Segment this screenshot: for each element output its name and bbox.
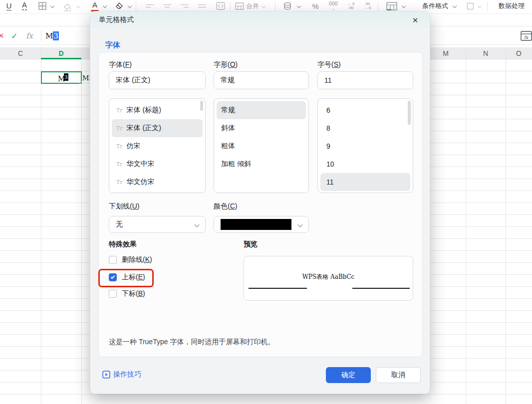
play-video-icon (102, 371, 110, 379)
gridline-vertical (41, 47, 41, 404)
fill-handle[interactable] (80, 82, 82, 84)
wps-spreadsheet-app: U A A 合 (0, 0, 532, 404)
style-list-item[interactable]: 加粗 倾斜 (217, 155, 306, 173)
column-header-c[interactable]: C (0, 47, 41, 59)
font-list-item-selected[interactable]: Tr宋体 (正文) (112, 119, 203, 137)
font-style-input[interactable]: 常规 (214, 71, 309, 89)
size-list-item[interactable]: 9 (320, 137, 410, 155)
font-list-item[interactable]: Tr宋体 (标题) (112, 101, 203, 119)
font-name-input[interactable]: 宋体 (正文) (109, 71, 206, 89)
toolbar-separator (230, 2, 231, 11)
align-middle-button[interactable] (163, 0, 171, 12)
font-list-item[interactable]: Tr华文仿宋 (112, 173, 203, 191)
toolbar-separator (136, 2, 136, 11)
conditional-format-dropdown[interactable] (452, 0, 457, 12)
borders-dropdown[interactable] (50, 0, 55, 12)
font-style-label: 字形(O) (214, 60, 238, 69)
underline-select[interactable]: 无 (109, 216, 206, 233)
font-color-button[interactable]: A (90, 0, 100, 12)
align-top-icon (146, 3, 154, 9)
fill-color-button[interactable] (62, 0, 73, 12)
merge-cells-button[interactable] (235, 0, 244, 12)
currency-format-button[interactable] (282, 0, 292, 12)
font-size-input[interactable]: 11 (317, 71, 413, 89)
scrollbar-thumb[interactable] (200, 101, 203, 111)
truetype-icon: Tr (116, 179, 123, 186)
column-header-o[interactable]: O (506, 47, 532, 59)
style-list-item-selected[interactable]: 常规 (217, 101, 306, 119)
cell-format-dialog: 单元格格式 ✕ 字体 字体(F) 字形(O) 字号(S) 宋体 (正文) 常规 … (90, 11, 430, 394)
table-style-dropdown[interactable] (401, 0, 406, 12)
size-list-item-selected[interactable]: 11 (320, 173, 410, 191)
dialog-title: 单元格格式 (90, 11, 430, 28)
insert-function-button[interactable]: fx (26, 26, 37, 45)
scrollbar-thumb[interactable] (408, 101, 411, 125)
cell-style-button[interactable] (466, 0, 475, 12)
tips-link[interactable]: 操作技巧 (102, 370, 141, 379)
close-button[interactable]: ✕ (410, 15, 421, 26)
tab-font[interactable]: 字体 (105, 40, 120, 50)
confirm-icon: ✓ (11, 31, 17, 41)
font-color-dropdown[interactable] (102, 0, 107, 12)
wrap-text-button[interactable] (216, 0, 226, 12)
borders-button[interactable] (38, 0, 47, 12)
chevron-down-icon (453, 4, 457, 8)
cancel-entry-button[interactable]: ✕ (0, 26, 6, 45)
cancel-button[interactable]: 取消 (376, 367, 421, 383)
underline-button[interactable]: U (4, 0, 14, 12)
close-icon: ✕ (412, 16, 419, 25)
effects-header: 特殊效果 (109, 240, 137, 249)
font-list-item[interactable]: Tr华文中宋 (112, 155, 203, 173)
borders-icon (38, 2, 46, 10)
chevron-down-icon (298, 222, 303, 227)
confirm-entry-button[interactable]: ✓ (11, 26, 21, 45)
table-style-button[interactable] (385, 0, 398, 12)
size-list-item[interactable]: 8 (320, 119, 410, 137)
phonetic-icon: A (22, 1, 27, 8)
phonetic-guide-button[interactable]: A (19, 0, 30, 12)
checkbox-unchecked-icon[interactable] (109, 290, 117, 298)
align-top-button[interactable] (146, 0, 154, 12)
justify-icon (198, 3, 206, 9)
formula-input[interactable]: M3 (45, 26, 59, 45)
truetype-icon: Tr (116, 107, 123, 114)
conditional-format-button[interactable]: 条件格式 (421, 0, 450, 12)
currency-dropdown[interactable] (296, 0, 301, 12)
column-header-m[interactable]: M (426, 47, 466, 59)
thousands-format-button[interactable]: 000 . (327, 0, 340, 12)
align-bottom-button[interactable] (181, 0, 189, 12)
ok-button[interactable]: 确定 (326, 367, 371, 383)
merge-dropdown[interactable] (261, 0, 266, 12)
checkbox-unchecked-icon[interactable] (109, 256, 117, 264)
font-list-item[interactable]: Tr仿宋 (112, 137, 203, 155)
color-select[interactable] (214, 216, 309, 233)
eraser-dropdown[interactable] (127, 0, 132, 12)
cell-style-dropdown[interactable] (477, 0, 482, 12)
eraser-button[interactable] (114, 0, 125, 12)
size-list-item[interactable]: 10 (320, 155, 410, 173)
percent-format-button[interactable]: % (310, 0, 320, 12)
gridline-vertical (81, 47, 82, 404)
color-swatch (221, 219, 291, 230)
style-list-item[interactable]: 粗体 (217, 137, 306, 155)
underline-icon: U (6, 1, 12, 10)
style-list-item[interactable]: 斜体 (217, 119, 306, 137)
fill-colorbar (64, 10, 71, 12)
chevron-down-icon (262, 4, 266, 8)
subscript-checkbox-row[interactable]: 下标(B) (109, 289, 145, 299)
strikethrough-checkbox-row[interactable]: 删除线(K) (109, 255, 152, 265)
fill-color-dropdown[interactable] (76, 0, 81, 12)
decrease-decimal-button[interactable]: .00 →.0 (361, 0, 374, 12)
insert-function-right-button[interactable]: fx (520, 26, 532, 45)
font-name-label: 字体(F) (109, 60, 132, 69)
justify-button[interactable] (198, 0, 206, 12)
font-size-list: 6 8 9 10 11 (317, 98, 413, 193)
active-cell-d[interactable]: M 3 (41, 71, 82, 84)
size-list-item[interactable]: 6 (320, 101, 410, 119)
data-processing-button[interactable]: 数据处理 (497, 0, 527, 12)
truetype-icon: Tr (116, 161, 123, 168)
formula-bar-separator (41, 26, 41, 45)
increase-decimal-button[interactable]: ←.0 .00 (344, 0, 357, 12)
column-header-n[interactable]: N (466, 47, 506, 59)
merge-cells-label[interactable]: 合并 (245, 0, 260, 12)
